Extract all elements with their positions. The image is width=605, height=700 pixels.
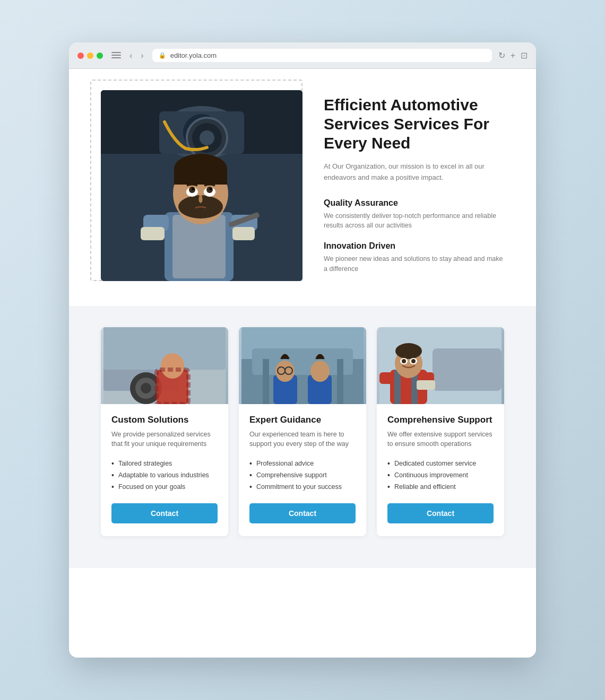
svg-rect-13 [141, 227, 165, 240]
svg-point-23 [206, 187, 213, 193]
svg-point-22 [189, 187, 195, 193]
card-desc-2: Our experienced team is here to support … [249, 430, 356, 450]
hero-section: Efficient Automotive Services Services F… [69, 69, 536, 306]
card-body-3: Comprehensive Support We offer extensive… [377, 404, 504, 537]
card-list-3: Dedicated customer service Continuous im… [387, 458, 494, 493]
browser-window: ‹ › 🔒 editor.yola.com ↻ + ⊡ [69, 42, 536, 658]
card-list-item: Tailored strategies [111, 458, 218, 469]
contact-button-2[interactable]: Contact [249, 503, 356, 523]
hero-text: Efficient Automotive Services Services F… [324, 90, 504, 285]
hero-title: Efficient Automotive Services Services F… [324, 95, 504, 153]
svg-rect-18 [174, 169, 227, 185]
svg-point-57 [402, 359, 406, 363]
card-list-2: Professional advice Comprehensive suppor… [249, 458, 356, 493]
card-title-1: Custom Solutions [111, 415, 218, 425]
url-text: editor.yola.com [170, 51, 217, 59]
card-mechanic-2-svg [239, 327, 366, 404]
svg-point-46 [310, 361, 330, 382]
svg-point-34 [161, 353, 184, 379]
svg-rect-10 [172, 215, 226, 278]
hero-subtitle: At Our Organization, our mission is to e… [324, 161, 504, 183]
svg-point-25 [210, 188, 212, 190]
more-button[interactable]: ⊡ [521, 50, 528, 60]
card-image-1 [101, 327, 228, 404]
card-title-2: Expert Guidance [249, 415, 356, 425]
page-content: Efficient Automotive Services Services F… [69, 69, 536, 658]
traffic-light-close[interactable] [77, 52, 84, 59]
card-desc-1: We provide personalized services that fi… [111, 430, 218, 450]
card-body-1: Custom Solutions We provide personalized… [101, 404, 228, 537]
feature-innovation-title: Innovation Driven [324, 241, 504, 251]
feature-innovation-desc: We pioneer new ideas and solutions to st… [324, 254, 504, 274]
svg-point-32 [141, 383, 151, 393]
cards-section: Custom Solutions We provide personalized… [69, 306, 536, 568]
card-list-item: Professional advice [249, 458, 356, 469]
card-list-item: Reliable and efficient [387, 481, 494, 493]
svg-rect-40 [337, 359, 343, 404]
sidebar-toggle-icon[interactable] [111, 52, 121, 59]
feature-innovation: Innovation Driven We pioneer new ideas a… [324, 241, 504, 274]
share-button[interactable]: ↻ [498, 50, 505, 60]
cards-grid: Custom Solutions We provide personalized… [101, 327, 504, 537]
lock-icon: 🔒 [159, 52, 166, 59]
card-image-3 [377, 327, 504, 404]
feature-quality-desc: We consistently deliver top-notch perfor… [324, 211, 504, 231]
svg-rect-59 [379, 372, 393, 384]
card-comprehensive-support: Comprehensive Support We offer extensive… [377, 327, 504, 537]
traffic-light-minimize[interactable] [87, 52, 93, 59]
svg-point-8 [200, 130, 214, 145]
card-body-2: Expert Guidance Our experienced team is … [239, 404, 366, 537]
card-list-item: Adaptable to various industries [111, 469, 218, 481]
card-list-item: Comprehensive support [249, 469, 356, 481]
svg-point-58 [411, 359, 416, 363]
card-list-item: Dedicated customer service [387, 458, 494, 469]
card-list-item: Commitment to your success [249, 481, 356, 493]
card-list-1: Tailored strategies Adaptable to various… [111, 458, 218, 493]
traffic-lights [77, 52, 103, 59]
contact-button-3[interactable]: Contact [387, 503, 494, 523]
svg-rect-14 [232, 227, 255, 240]
svg-rect-51 [394, 370, 401, 404]
address-bar[interactable]: 🔒 editor.yola.com [152, 49, 492, 62]
hero-image-container [101, 90, 302, 281]
svg-rect-49 [433, 348, 502, 391]
traffic-light-fullscreen[interactable] [97, 52, 103, 59]
card-custom-solutions: Custom Solutions We provide personalized… [101, 327, 228, 537]
card-expert-guidance: Expert Guidance Our experienced team is … [239, 327, 366, 537]
card-list-item: Focused on your goals [111, 481, 218, 493]
back-button[interactable]: ‹ [127, 50, 134, 62]
card-title-3: Comprehensive Support [387, 415, 494, 425]
card-desc-3: We offer extensive support services to e… [387, 430, 494, 450]
browser-nav: ‹ › [127, 50, 146, 62]
svg-rect-39 [263, 359, 269, 404]
new-tab-button[interactable]: + [511, 50, 515, 60]
hero-image [101, 90, 302, 281]
browser-chrome: ‹ › 🔒 editor.yola.com ↻ + ⊡ [69, 42, 536, 69]
card-mechanic-3-svg [377, 327, 504, 404]
svg-point-24 [192, 188, 195, 190]
forward-button[interactable]: › [139, 50, 145, 62]
svg-point-54 [395, 343, 422, 359]
card-image-2 [239, 327, 366, 404]
browser-actions: ↻ + ⊡ [498, 50, 528, 60]
svg-rect-61 [417, 380, 435, 390]
card-list-item: Continuous improvement [387, 469, 494, 481]
feature-quality-title: Quality Assurance [324, 198, 504, 208]
hero-mechanic-svg [101, 90, 302, 281]
contact-button-1[interactable]: Contact [111, 503, 218, 523]
card-mechanic-1-svg [101, 327, 228, 404]
feature-quality: Quality Assurance We consistently delive… [324, 198, 504, 231]
